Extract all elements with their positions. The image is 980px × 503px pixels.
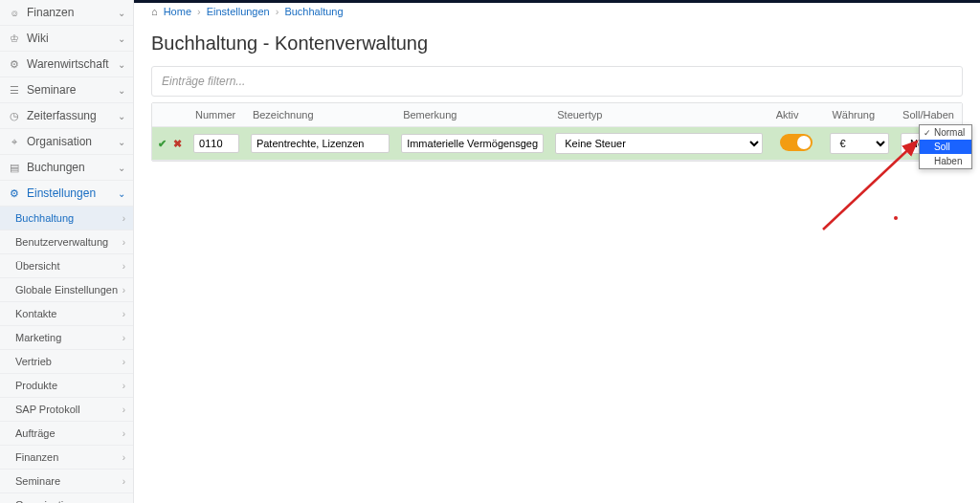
col-waehrung[interactable]: Währung [824,103,895,127]
sidebar-item-label: Seminare [27,83,118,97]
chevron-down-icon: ⌄ [118,111,125,121]
sidebar: ⌾Finanzen⌄♔Wiki⌄⚙Warenwirtschaft⌄☰Semina… [0,0,134,503]
table-row: ✔ ✖ Keine Steuer [152,127,962,161]
sidebar-item-label: Warenwirtschaft [27,57,118,71]
page-title: Buchhaltung - Kontenverwaltung [151,33,963,55]
sidebar-subitem-label: Buchhaltung [15,212,122,224]
sidebar-subitem-label: Globale Einstellungen [15,284,122,295]
dropdown-option-haben[interactable]: Haben [920,154,971,168]
sidebar-item-warenwirtschaft[interactable]: ⚙Warenwirtschaft⌄ [0,52,133,77]
sidebar-subitem-label: Benutzerverwaltung [15,236,122,248]
chevron-right-icon: › [122,213,125,224]
chevron-right-icon: › [122,237,125,248]
sidebar-item-label: Zeiterfassung [27,109,118,122]
sidebar-subitem-seminare[interactable]: Seminare› [0,470,133,493]
accounts-table: Nummer Bezeichnung Bemerkung Steuertyp A… [151,102,963,162]
col-steuertyp[interactable]: Steuertyp [549,103,768,127]
cancel-icon[interactable]: ✖ [173,138,182,149]
nummer-input[interactable] [193,134,239,153]
chevron-right-icon: › [122,476,125,487]
chevron-down-icon: ⌄ [118,85,125,96]
chevron-right-icon: › [122,357,125,367]
chevron-right-icon: › [122,405,125,415]
chevron-down-icon: ⌄ [118,137,125,147]
col-bezeichnung[interactable]: Bezeichnung [245,103,395,127]
sidebar-item-zeiterfassung[interactable]: ◷Zeiterfassung⌄ [0,103,133,129]
sidebar-subitem-sap-protokoll[interactable]: SAP Protokoll› [0,398,133,422]
sidebar-subitem-label: Seminare [15,475,122,487]
waehrung-select[interactable]: € [830,133,889,154]
sidebar-subitem-produkte[interactable]: Produkte› [0,374,133,398]
steuertyp-select[interactable]: Keine Steuer [555,133,762,154]
confirm-icon[interactable]: ✔ [158,138,167,149]
sidebar-subitem-globale-einstellungen[interactable]: Globale Einstellungen› [0,278,133,302]
chevron-down-icon: ⌄ [118,59,125,70]
content: ⌂ Home › Einstellungen › Buchhaltung Buc… [134,0,980,503]
nav-icon: ▤ [8,162,21,174]
sidebar-item-seminare[interactable]: ☰Seminare⌄ [0,77,133,103]
chevron-right-icon: › [122,500,125,504]
sidebar-subitem-vertrieb[interactable]: Vertrieb› [0,350,133,374]
annotation-dot [894,216,898,220]
sollhaben-dropdown[interactable]: NormalSollHaben [919,124,972,169]
sidebar-item-wiki[interactable]: ♔Wiki⌄ [0,26,133,52]
sidebar-subitem-organisation[interactable]: Organisation› [0,493,133,503]
aktiv-toggle[interactable] [780,134,813,151]
sidebar-subitem-label: Aufträge [15,427,122,439]
sidebar-subitem-buchhaltung[interactable]: Buchhaltung› [0,207,133,230]
breadcrumb-settings[interactable]: Einstellungen [207,6,270,17]
sidebar-subitem-label: Marketing [15,332,122,343]
breadcrumb-sep: › [276,6,279,17]
sidebar-subitem-finanzen[interactable]: Finanzen› [0,446,133,470]
nav-icon: ⌖ [8,136,21,148]
sidebar-item-label: Wiki [27,32,118,45]
nav-icon: ☰ [8,84,21,97]
sidebar-item-organisation[interactable]: ⌖Organisation⌄ [0,129,133,155]
sidebar-item-label: Buchungen [27,161,118,174]
sidebar-item-finanzen[interactable]: ⌾Finanzen⌄ [0,0,133,26]
col-nummer[interactable]: Nummer [188,103,245,127]
breadcrumb-current[interactable]: Buchhaltung [284,6,343,17]
breadcrumb-sep: › [197,6,201,17]
col-bemerkung[interactable]: Bemerkung [395,103,549,127]
chevron-right-icon: › [122,309,125,319]
sidebar-subitem-label: Vertrieb [15,356,122,367]
nav-icon: ◷ [8,110,21,122]
nav-icon: ⚙ [8,187,21,200]
chevron-right-icon: › [122,452,125,463]
chevron-down-icon: ⌄ [118,8,125,18]
sidebar-subitem-label: Produkte [15,380,122,391]
sidebar-subitem-kontakte[interactable]: Kontakte› [0,302,133,326]
sidebar-subitem-marketing[interactable]: Marketing› [0,326,133,350]
dropdown-option-soll[interactable]: Soll [920,140,971,154]
chevron-right-icon: › [122,428,125,439]
sidebar-subitem-label: Kontakte [15,308,122,319]
sidebar-subitem-label: SAP Protokoll [15,404,122,415]
breadcrumb-home[interactable]: Home [164,6,191,17]
filter-input[interactable]: Einträge filtern... [151,66,963,97]
chevron-down-icon: ⌄ [118,163,125,173]
dropdown-option-normal[interactable]: Normal [920,125,971,140]
chevron-right-icon: › [122,381,125,391]
chevron-right-icon: › [122,261,125,272]
sidebar-subitem-übersicht[interactable]: Übersicht› [0,254,133,278]
breadcrumb: ⌂ Home › Einstellungen › Buchhaltung [151,0,963,27]
sidebar-item-einstellungen[interactable]: ⚙Einstellungen⌄ [0,181,133,207]
sidebar-subitem-aufträge[interactable]: Aufträge› [0,422,133,446]
bezeichnung-input[interactable] [251,134,390,153]
sidebar-item-label: Organisation [27,135,118,148]
bemerkung-input[interactable] [401,134,544,153]
sidebar-item-buchungen[interactable]: ▤Buchungen⌄ [0,155,133,181]
nav-icon: ⌾ [8,7,21,18]
table-header-row: Nummer Bezeichnung Bemerkung Steuertyp A… [152,103,962,127]
sidebar-subitem-benutzerverwaltung[interactable]: Benutzerverwaltung› [0,230,133,254]
sidebar-subitem-label: Organisation [15,499,122,503]
nav-icon: ⚙ [8,58,21,71]
sidebar-subitem-label: Übersicht [15,260,122,272]
sidebar-item-label: Einstellungen [27,186,118,200]
chevron-down-icon: ⌄ [118,188,125,199]
col-aktiv[interactable]: Aktiv [768,103,825,127]
chevron-down-icon: ⌄ [118,33,125,44]
chevron-right-icon: › [122,333,125,343]
col-sollhaben[interactable]: Soll/Haben [895,103,962,127]
